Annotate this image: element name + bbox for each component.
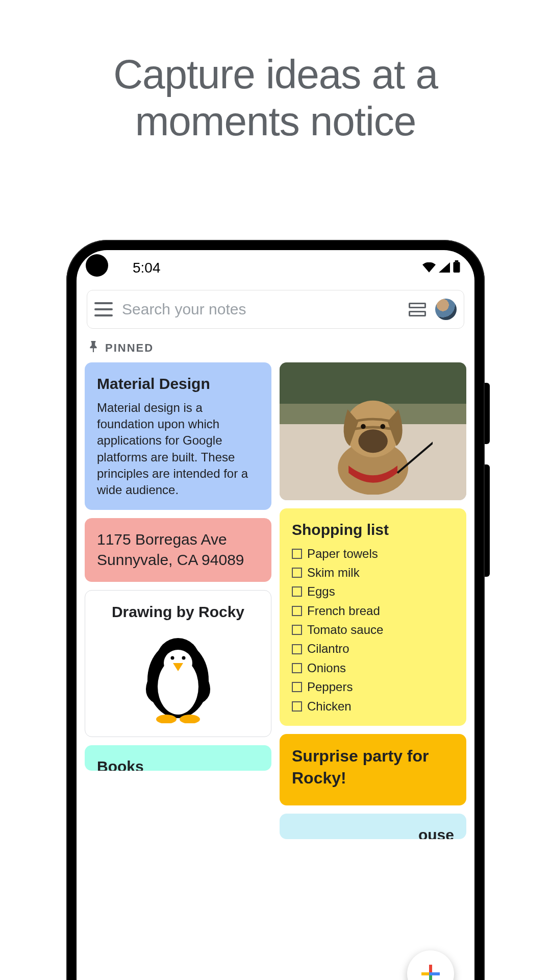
checklist-item[interactable]: Skim milk (292, 565, 454, 581)
status-bar: 5:04 (77, 250, 474, 286)
menu-icon[interactable] (94, 302, 113, 316)
svg-rect-18 (421, 972, 430, 975)
svg-point-14 (380, 424, 385, 429)
note-title: Material Design (97, 374, 259, 395)
svg-rect-0 (455, 260, 459, 262)
checklist-item[interactable]: Cilantro (292, 641, 454, 657)
checklist-item[interactable]: Chicken (292, 698, 454, 715)
note-title: Drawing by Rocky (97, 602, 259, 623)
checklist-item-label: Onions (307, 660, 346, 676)
search-input[interactable]: Search your notes (122, 301, 399, 318)
checklist-item[interactable]: Eggs (292, 583, 454, 600)
checklist-item-label: Eggs (307, 583, 335, 600)
checklist-item-label: French bread (307, 603, 380, 619)
phone-side-button (485, 383, 490, 444)
checklist-item-label: Tomato sauce (307, 622, 383, 638)
checkbox-icon[interactable] (292, 606, 302, 616)
pinned-label: PINNED (105, 341, 154, 355)
note-shopping-list[interactable]: Shopping list Paper towelsSkim milkEggsF… (280, 508, 466, 726)
checklist-item[interactable]: Peppers (292, 679, 454, 695)
svg-rect-19 (429, 972, 432, 975)
checklist-item[interactable]: Tomato sauce (292, 622, 454, 638)
cellular-icon (439, 260, 450, 276)
note-title: Books (97, 756, 259, 771)
svg-point-13 (361, 424, 366, 429)
checklist-item-label: Paper towels (307, 546, 378, 562)
note-drawing[interactable]: Drawing by Rocky (85, 590, 271, 738)
phone-frame: 5:04 Search your notes (66, 240, 485, 980)
checklist-item-label: Skim milk (307, 565, 360, 581)
checkbox-icon[interactable] (292, 644, 302, 654)
account-avatar[interactable] (435, 299, 457, 320)
phone-camera-cutout (86, 254, 108, 277)
checklist-item-label: Peppers (307, 679, 353, 695)
note-title-fragment: ouse (292, 825, 454, 839)
pinned-section-header: PINNED (77, 336, 474, 362)
new-note-fab[interactable] (407, 950, 454, 980)
phone-screen: 5:04 Search your notes (77, 250, 474, 980)
note-body: 1175 Borregas Ave Sunnyvale, CA 94089 (97, 529, 259, 571)
checkbox-icon[interactable] (292, 663, 302, 673)
checkbox-icon[interactable] (292, 586, 302, 597)
checklist-item[interactable]: French bread (292, 603, 454, 619)
svg-rect-16 (432, 972, 440, 975)
note-house[interactable]: ouse (280, 814, 466, 839)
svg-rect-17 (429, 975, 432, 980)
checklist-item-label: Chicken (307, 698, 352, 715)
drawing-image (97, 627, 259, 725)
note-material-design[interactable]: Material Design Material design is a fou… (85, 362, 271, 510)
svg-point-7 (182, 656, 186, 660)
svg-point-12 (358, 429, 387, 453)
pin-icon (89, 341, 98, 355)
note-books[interactable]: Books (85, 745, 271, 771)
checklist: Paper towelsSkim milkEggsFrench breadTom… (292, 546, 454, 715)
note-title: Surprise party for Rocky! (292, 745, 454, 789)
note-title: Shopping list (292, 520, 454, 541)
layout-toggle-icon[interactable] (409, 303, 426, 316)
notes-area: Material Design Material design is a fou… (77, 362, 474, 980)
checkbox-icon[interactable] (292, 625, 302, 635)
search-bar[interactable]: Search your notes (87, 290, 464, 329)
checklist-item[interactable]: Onions (292, 660, 454, 676)
checklist-item-label: Cilantro (307, 641, 349, 657)
checkbox-icon[interactable] (292, 701, 302, 712)
svg-rect-1 (453, 262, 460, 273)
wifi-icon (422, 260, 436, 276)
svg-rect-15 (429, 965, 432, 973)
note-address[interactable]: 1175 Borregas Ave Sunnyvale, CA 94089 (85, 518, 271, 582)
note-party[interactable]: Surprise party for Rocky! (280, 734, 466, 805)
note-body: Material design is a foundation upon whi… (97, 400, 259, 499)
checklist-item[interactable]: Paper towels (292, 546, 454, 562)
phone-side-button (485, 464, 490, 577)
battery-icon (453, 260, 460, 276)
plus-icon (419, 963, 442, 980)
status-time: 5:04 (133, 260, 161, 276)
checkbox-icon[interactable] (292, 682, 302, 692)
marketing-headline: Capture ideas at a moments notice (0, 0, 551, 176)
svg-point-6 (171, 656, 174, 660)
note-photo-dog[interactable] (280, 362, 466, 500)
checkbox-icon[interactable] (292, 549, 302, 559)
checkbox-icon[interactable] (292, 568, 302, 578)
